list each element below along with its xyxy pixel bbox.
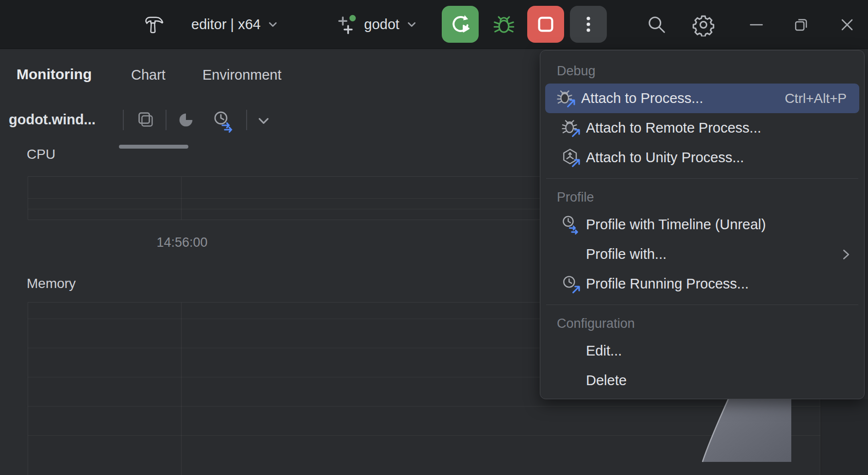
menu-section-header-profile: Profile (540, 185, 864, 210)
minimize-icon (748, 16, 765, 34)
empty-icon-slot (560, 370, 582, 392)
menu-item-edit-configuration[interactable]: Edit... (540, 336, 864, 366)
close-icon (838, 16, 856, 34)
time-axis-tick: 14:56:00 (136, 235, 228, 250)
build-hammer-icon[interactable] (142, 0, 164, 49)
memory-snapshot-button[interactable] (176, 110, 196, 130)
menu-item-profile-with-timeline[interactable]: Profile with Timeline (Unreal) (540, 210, 864, 239)
menu-item-delete-configuration[interactable]: Delete (540, 366, 864, 395)
menu-item-label: Profile Running Process... (586, 276, 749, 292)
tab-chart[interactable]: Chart (131, 67, 166, 83)
title-bar: editor | x64 godot (0, 0, 868, 49)
menu-item-label: Delete (586, 373, 627, 389)
pane-options-chevron[interactable] (256, 114, 271, 128)
debug-bug-icon (492, 12, 516, 36)
menu-separator (546, 305, 858, 305)
stop-square-icon (534, 13, 557, 35)
menu-item-label: Attach to Remote Process... (586, 120, 761, 136)
attach-unity-icon (560, 147, 582, 169)
tab-environment[interactable]: Environment (202, 67, 282, 83)
chart-pane-toolbar: godot.wind... (0, 105, 476, 135)
window-minimize-button[interactable] (748, 0, 765, 49)
toolbar-separator (123, 110, 124, 130)
submenu-arrow-icon (839, 247, 853, 262)
menu-item-label: Attach to Process... (581, 90, 703, 106)
gear-icon (692, 13, 715, 36)
more-actions-button[interactable] (570, 6, 607, 43)
toolbar-separator (246, 110, 247, 130)
toolbar-separator (166, 110, 167, 130)
menu-item-profile-running-process[interactable]: Profile Running Process... (540, 269, 864, 299)
copy-snapshot-button[interactable] (136, 110, 156, 130)
menu-item-attach-to-unity-process[interactable]: Attach to Unity Process... (540, 143, 864, 172)
menu-item-shortcut: Ctrl+Alt+P (785, 91, 847, 106)
menu-item-profile-with[interactable]: Profile with... (540, 239, 864, 269)
attach-debugger-icon (555, 87, 577, 110)
pie-chart-icon (176, 110, 196, 130)
restore-icon (792, 16, 810, 34)
menu-item-label: Profile with... (586, 246, 667, 262)
monitor-stand-graphic (701, 399, 792, 462)
menu-item-label: Profile with Timeline (Unreal) (586, 217, 766, 233)
profile-target-label: godot (364, 17, 400, 33)
rerun-icon (449, 13, 471, 35)
debug-button[interactable] (485, 6, 522, 43)
kebab-menu-icon (578, 14, 599, 34)
window-restore-button[interactable] (792, 0, 810, 49)
memory-section-label: Memory (27, 276, 76, 291)
search-icon (646, 14, 668, 36)
chevron-down-icon (405, 18, 418, 31)
tool-window-title: Monitoring (17, 66, 92, 83)
attach-debugger-icon (560, 117, 582, 139)
search-everywhere-button[interactable] (646, 0, 668, 49)
profile-target-selector[interactable]: godot (336, 0, 418, 49)
stop-button[interactable] (527, 6, 564, 43)
menu-section-header-debug: Debug (540, 58, 864, 84)
profile-timeline-icon (212, 110, 235, 133)
empty-icon-slot (560, 340, 582, 362)
run-debug-context-menu: Debug Attach to Process... Ctrl+Alt+P (540, 50, 865, 399)
cpu-section-label: CPU (27, 147, 55, 162)
empty-icon-slot (560, 243, 582, 266)
menu-item-label: Attach to Unity Process... (586, 150, 744, 166)
run-configuration-selector[interactable]: editor | x64 (191, 0, 279, 49)
cpu-time-gridline (181, 177, 182, 220)
run-configuration-label: editor | x64 (191, 17, 261, 33)
memory-time-gridline (181, 303, 182, 475)
menu-item-attach-to-process[interactable]: Attach to Process... Ctrl+Alt+P (545, 84, 859, 113)
window-close-button[interactable] (838, 0, 856, 49)
process-name: godot.wind... (9, 112, 96, 128)
menu-item-label: Edit... (586, 343, 622, 359)
profile-running-icon (560, 273, 582, 295)
active-tab-underline (119, 145, 188, 149)
menu-separator (546, 178, 858, 179)
profile-with-timeline-button[interactable] (212, 110, 235, 133)
menu-section-header-configuration: Configuration (540, 311, 864, 336)
menu-item-attach-to-remote-process[interactable]: Attach to Remote Process... (540, 113, 864, 143)
rerun-button[interactable] (442, 6, 479, 43)
settings-button[interactable] (692, 0, 715, 49)
right-side-panel (820, 399, 868, 475)
profile-timeline-icon (560, 214, 582, 236)
chevron-down-icon (256, 114, 271, 128)
chevron-down-icon (267, 18, 279, 31)
layers-copy-icon (136, 110, 156, 130)
run-config-plus-icon (336, 13, 359, 36)
